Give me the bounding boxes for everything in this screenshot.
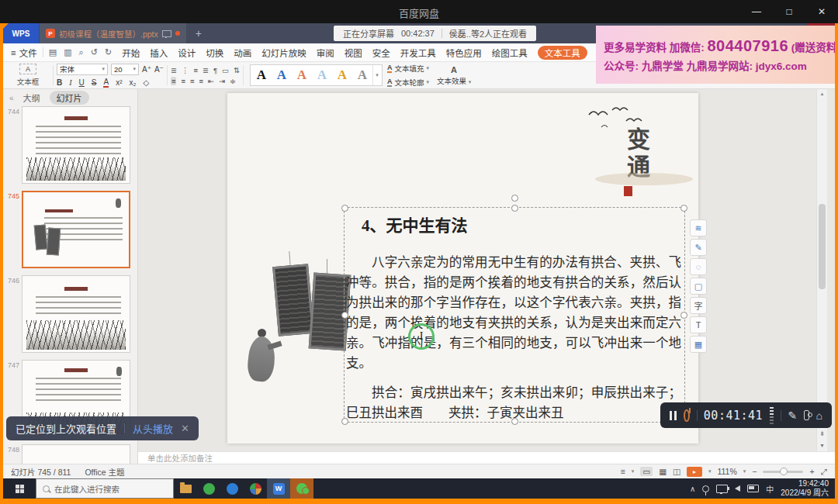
speaker-icon[interactable] [735,485,740,492]
font-size-combo[interactable]: 20 ▾ [111,64,139,75]
text-fill-button[interactable]: A 文本填充 ▾ [387,63,429,74]
tab-features[interactable]: 特色应用 [446,47,482,59]
tray-expand-icon[interactable]: ∧ [690,485,695,493]
indent-right-icon[interactable]: ⇥ [219,77,225,85]
slideshow-play-button[interactable]: ▸ [687,467,702,477]
zoom-slider-knob[interactable] [780,468,788,475]
zoom-out-button[interactable]: − [752,467,757,476]
zoom-level[interactable]: 111% [718,467,737,476]
file-menu[interactable]: ≡ 文件 [11,47,37,59]
tab-text-tools-active[interactable]: 文本工具 [538,46,587,60]
text-direction-icon[interactable]: ▭ [222,66,229,74]
wps-logo[interactable]: WPS [3,23,39,43]
shape-fill-icon[interactable]: ◌ [690,258,707,275]
vertical-scrollbar[interactable]: ▴ ⇞ ⇟ ▾ [816,89,827,452]
export-icon[interactable]: ▥ [64,47,71,57]
wordart-style-4[interactable]: A [312,67,332,83]
textbox-button[interactable]: A 文本框 [6,64,50,87]
start-button[interactable] [3,478,36,499]
green-app-icon[interactable] [197,478,220,499]
undo-icon[interactable]: ↺ [91,47,98,57]
wps-taskbar-icon[interactable]: W [267,478,290,499]
pin-icon[interactable] [702,485,709,492]
layout-icon[interactable]: ▦ [690,336,707,353]
replay-from-start-button[interactable]: 从头播放 [133,421,173,436]
numbering-icon[interactable]: ⋮ [182,66,189,74]
tab-slides[interactable]: 幻灯片 [50,91,89,105]
screenshot-camera-icon[interactable] [804,410,809,420]
pause-icon[interactable] [670,411,677,420]
toast-close-icon[interactable]: ✕ [181,423,189,434]
wordart-expand-button[interactable]: ▾ [372,65,381,85]
underline-button[interactable]: U [79,78,85,87]
font-settings-icon[interactable]: 字 [690,297,707,314]
taskbar-search[interactable]: 在此键入进行搜索 [36,478,174,499]
tab-outline[interactable]: 大纲 [23,91,40,104]
baidu-netdisk-icon[interactable] [220,478,244,499]
reading-view-icon[interactable]: ◫ [673,467,680,476]
power-icon[interactable] [684,409,690,422]
tab-review[interactable]: 审阅 [317,47,334,59]
resize-handle-n[interactable] [511,205,518,212]
clear-format-button[interactable]: ◇ [143,78,149,87]
tab-developer[interactable]: 开发工具 [400,47,436,59]
maximize-button[interactable]: □ [773,0,805,23]
font-color-button[interactable]: A [103,78,109,88]
preview-icon[interactable]: ⌕ [79,47,84,57]
wordart-style-5[interactable]: A [332,67,352,83]
resize-handle-ne[interactable] [680,205,687,212]
notes-toggle-icon[interactable]: ≡ [621,467,625,476]
document-tab[interactable]: P 初级课程（温度智慧）.pptx [40,23,186,43]
grow-font-button[interactable]: A⁺ [142,65,151,74]
tab-transition[interactable]: 切换 [206,47,223,59]
align-center-icon[interactable]: ≡ [181,77,185,85]
tab-animation[interactable]: 动画 [234,47,251,59]
resize-handle-s[interactable] [511,418,518,425]
strikethrough-button[interactable]: S [92,78,97,87]
wordart-style-6[interactable]: A [352,67,372,83]
superscript-button[interactable]: x² [116,78,122,87]
redo-icon[interactable]: ↻ [105,47,112,57]
paragraph-mark-icon[interactable]: ¶ [213,66,217,74]
bold-button[interactable]: B [57,78,62,87]
text-style-icon[interactable]: T [690,316,707,333]
tab-home[interactable]: 开始 [122,47,140,59]
collapse-panel-button[interactable]: « [9,94,14,102]
battery-icon[interactable] [747,485,759,492]
wechat-taskbar-icon[interactable] [290,478,313,499]
volume-indicator[interactable] [770,407,774,424]
line-spacing-icon[interactable]: ⇅ [234,66,240,74]
clock[interactable]: 19:42:40 2022/4/9 周六 [781,479,829,498]
align-right-icon[interactable]: ≡ [190,77,195,85]
decrease-indent-icon[interactable]: ≡ [193,66,198,74]
home-icon[interactable]: ⌂ [816,409,822,422]
italic-button[interactable]: I [69,78,71,87]
rotate-handle[interactable] [511,195,518,202]
justify-icon[interactable]: ≡ [199,77,204,85]
resize-handle-nw[interactable] [341,205,348,212]
scroll-down-icon[interactable]: ▾ [817,442,827,449]
resize-handle-e[interactable] [680,312,687,319]
slide-thumbnail-744[interactable]: 744 [3,106,137,184]
wordart-style-3[interactable]: A [292,67,312,83]
annotate-pencil-icon[interactable]: ✎ [788,409,797,422]
tab-view[interactable]: 视图 [345,47,362,59]
layers-icon[interactable]: ≋ [690,219,707,236]
browser-app-icon[interactable] [244,478,267,499]
file-explorer-icon[interactable] [174,478,197,499]
zoom-in-button[interactable]: + [809,467,814,476]
resize-handle-sw[interactable] [341,418,348,425]
fit-to-window-icon[interactable]: ⤢ [821,467,827,477]
tab-security[interactable]: 安全 [372,47,390,59]
ime-indicator[interactable]: 中 [766,483,774,495]
wordart-style-1[interactable]: A [251,67,272,83]
align-left-icon[interactable]: ≡ [171,77,177,85]
zoom-slider[interactable] [763,471,803,473]
wordart-style-2[interactable]: A [272,67,292,83]
text-outline-button[interactable]: A 文本轮廓 ▾ [387,77,429,88]
next-slide-button[interactable]: ⇟ [817,430,827,437]
scrollbar-thumb[interactable] [819,204,826,289]
format-brush-icon[interactable]: ✎ [690,239,707,256]
save-icon[interactable]: ▤ [49,47,57,57]
resize-handle-w[interactable] [341,312,348,319]
